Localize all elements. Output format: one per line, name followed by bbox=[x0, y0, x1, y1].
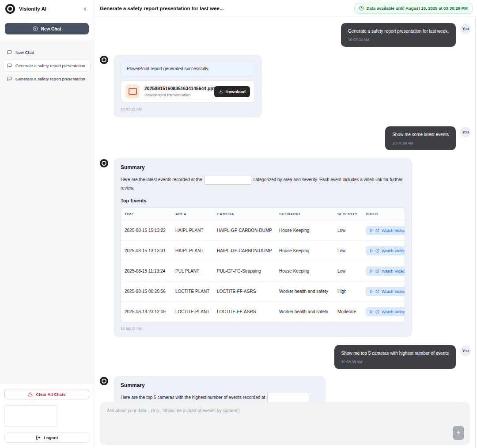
watch-video-label: Watch Video bbox=[382, 309, 405, 314]
download-icon bbox=[219, 89, 223, 94]
download-button[interactable]: Download bbox=[214, 86, 250, 97]
sidebar-footer: Clear All Chats Logout bbox=[0, 383, 94, 448]
sidebar-header: Visionify AI bbox=[0, 0, 94, 18]
table-row: 2025-08-15 15:13:22 HAIPL PLANT HAIPL-GF… bbox=[121, 220, 405, 240]
sidebar-item-new-chat[interactable]: New Chat bbox=[3, 46, 91, 58]
summary-heading: Summary bbox=[121, 164, 405, 171]
cell-camera: HAIPL-GF-CARBON-DUMP bbox=[213, 220, 276, 240]
clock-icon bbox=[359, 6, 364, 11]
col-header-area: AREA bbox=[172, 208, 213, 220]
report-status-message: PowerPoint report generated successfully… bbox=[121, 61, 255, 76]
col-header-camera: CAMERA bbox=[213, 208, 276, 220]
main-panel: Generate a safety report presentation fo… bbox=[95, 0, 477, 448]
sidebar-item-label: Generate a safety report presentation fo bbox=[15, 63, 87, 68]
scrollbar[interactable] bbox=[475, 17, 476, 448]
user-message-text: Generate a safety report presentation fo… bbox=[348, 29, 449, 34]
summary-heading: Summary bbox=[121, 382, 318, 388]
watch-video-button[interactable]: Watch Video bbox=[366, 266, 405, 276]
user-message-text: Show me some latest events bbox=[392, 132, 449, 137]
cell-area: PUL PLANT bbox=[172, 261, 213, 281]
main-header: Generate a safety report presentation fo… bbox=[95, 0, 477, 17]
cell-severity: Low bbox=[334, 261, 362, 281]
external-link-icon bbox=[375, 289, 379, 293]
composer-bar bbox=[95, 402, 477, 448]
sidebar-item-safety-report-1[interactable]: Generate a safety report presentation fo bbox=[3, 60, 91, 72]
message-input[interactable] bbox=[107, 408, 445, 435]
sidebar-item-safety-report-2[interactable]: Generate a safety report presentation fo bbox=[3, 73, 91, 85]
cell-severity: Low bbox=[334, 240, 362, 261]
logout-button[interactable]: Logout bbox=[4, 433, 89, 443]
logout-icon bbox=[36, 435, 41, 440]
cell-time: 2025-08-15 11:13:24 bbox=[121, 261, 172, 281]
file-type: PowerPoint Presentation bbox=[144, 92, 208, 97]
chat-bubble-icon bbox=[7, 76, 12, 81]
visionify-bot-icon bbox=[100, 377, 108, 385]
new-chat-button[interactable]: New Chat bbox=[5, 23, 89, 34]
arrow-up-icon bbox=[456, 430, 461, 436]
assistant-message-card: Summary Here are the latest events recor… bbox=[114, 158, 412, 337]
clear-all-chats-button[interactable]: Clear All Chats bbox=[4, 389, 89, 399]
play-icon bbox=[369, 249, 373, 253]
cell-severity: Moderate bbox=[334, 301, 362, 322]
visionify-bot-icon bbox=[100, 159, 108, 167]
watch-video-label: Watch Video bbox=[382, 289, 405, 294]
table-row: 2025-08-14 23:12:09 LOCTITE PLANT LOCTIT… bbox=[121, 301, 405, 322]
cell-time: 2025-08-14 23:12:09 bbox=[121, 301, 172, 322]
download-label: Download bbox=[226, 89, 246, 94]
cell-scenario: Worker health and safety bbox=[276, 281, 334, 301]
watch-video-label: Watch Video bbox=[382, 269, 405, 273]
cell-scenario: Worker health and safety bbox=[276, 301, 334, 322]
watch-video-button[interactable]: Watch Video bbox=[366, 226, 405, 235]
watch-video-label: Watch Video bbox=[382, 248, 405, 253]
assistant-avatar bbox=[100, 159, 108, 167]
watch-video-button[interactable]: Watch Video bbox=[366, 246, 405, 255]
user-message-bubble: Show me top 5 cameras with highest numbe… bbox=[334, 345, 456, 369]
summary-text-before: Here are the latest events recorded at t… bbox=[121, 177, 202, 182]
play-icon bbox=[369, 289, 373, 293]
events-table-container: TIME AREA CAMERA SCENARIO SEVERITY VIDEO… bbox=[121, 208, 405, 322]
missing-value-box bbox=[204, 175, 251, 185]
assistant-avatar bbox=[100, 56, 108, 64]
assistant-message-card: PowerPoint report generated successfully… bbox=[114, 55, 262, 118]
cell-severity: High bbox=[334, 281, 362, 301]
collapse-sidebar-button[interactable] bbox=[82, 6, 88, 12]
page-title: Generate a safety report presentation fo… bbox=[100, 6, 224, 11]
user-message-text: Show me top 5 cameras with highest numbe… bbox=[341, 351, 449, 356]
cell-severity: Low bbox=[334, 220, 362, 240]
logo-placeholder bbox=[4, 405, 57, 427]
cell-scenario: House Keeping bbox=[276, 240, 334, 261]
table-row: 2025-08-15 13:13:31 HAIPL PLANT HAIPL-GF… bbox=[121, 240, 405, 261]
missing-value-box bbox=[267, 393, 310, 402]
new-chat-button-label: New Chat bbox=[41, 27, 61, 31]
visionify-logo-icon bbox=[5, 4, 15, 14]
external-link-icon bbox=[375, 249, 379, 253]
chat-scroll-area[interactable]: Generate a safety report presentation fo… bbox=[95, 17, 477, 448]
user-message-bubble: Generate a safety report presentation fo… bbox=[341, 23, 456, 47]
assistant-message-row: Summary Here are the latest events recor… bbox=[100, 158, 471, 337]
summary-paragraph: Here are the latest events recorded at t… bbox=[121, 175, 405, 192]
play-icon bbox=[369, 228, 373, 232]
user-avatar: You bbox=[460, 23, 471, 34]
col-header-severity: SEVERITY bbox=[334, 208, 362, 220]
assistant-avatar bbox=[100, 377, 108, 385]
plus-circle-icon bbox=[33, 26, 38, 31]
pptx-file-card: 202508151608351634146644.pptx PowerPoint… bbox=[121, 80, 255, 103]
watch-video-button[interactable]: Watch Video bbox=[366, 287, 405, 296]
cell-time: 2025-08-15 13:13:31 bbox=[121, 240, 172, 261]
send-button[interactable] bbox=[453, 426, 464, 440]
cell-camera: HAIPL-GF-CARBON-DUMP bbox=[213, 240, 276, 261]
user-message-time: 10:08:38 AM bbox=[341, 360, 449, 364]
user-message-row: Show me some latest events 10:07:50 AM Y… bbox=[100, 126, 471, 150]
user-message-time: 10:07:50 AM bbox=[392, 141, 449, 145]
watch-video-button[interactable]: Watch Video bbox=[366, 307, 405, 316]
chevron-left-icon bbox=[83, 7, 87, 11]
table-header-row: TIME AREA CAMERA SCENARIO SEVERITY VIDEO bbox=[121, 208, 405, 220]
clear-all-chats-label: Clear All Chats bbox=[36, 392, 65, 397]
top-events-heading: Top Events bbox=[121, 198, 405, 203]
watch-video-label: Watch Video bbox=[382, 228, 405, 233]
play-icon bbox=[369, 269, 373, 273]
sidebar-item-label: Generate a safety report presentation fo bbox=[15, 76, 87, 81]
sidebar: Visionify AI New Chat New Chat Generate … bbox=[0, 0, 94, 448]
user-message-row: Generate a safety report presentation fo… bbox=[100, 23, 471, 47]
user-message-time: 10:07:04 AM bbox=[348, 38, 449, 42]
